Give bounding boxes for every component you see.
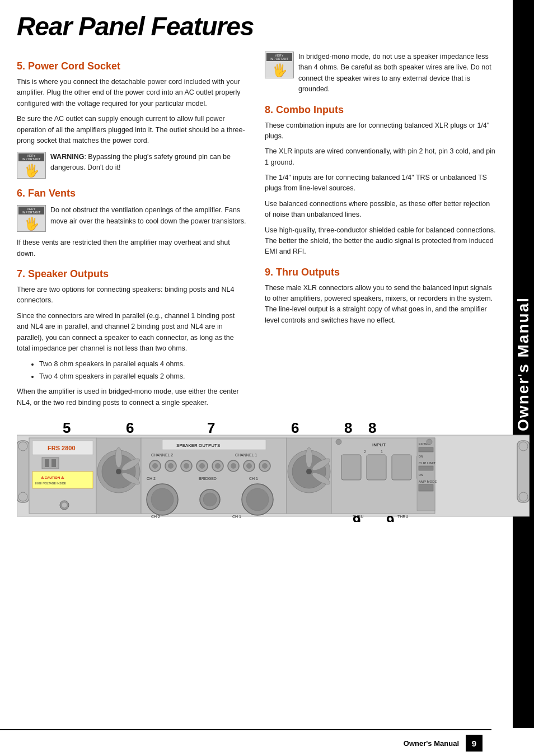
diag-num-6a: 6 <box>126 419 134 437</box>
svg-text:CH 1: CH 1 <box>249 477 258 480</box>
svg-rect-69 <box>367 455 386 480</box>
diagram-numbers-row: 5 6 7 6 8 8 <box>17 418 496 434</box>
svg-rect-68 <box>341 455 361 480</box>
svg-text:⚠ CAUTION ⚠: ⚠ CAUTION ⚠ <box>41 476 64 479</box>
svg-text:CH 2: CH 2 <box>151 515 160 519</box>
svg-rect-11 <box>45 459 49 467</box>
page-title: Rear Panel Features <box>17 11 496 41</box>
svg-text:FRS 2800: FRS 2800 <box>48 445 76 451</box>
svg-point-21 <box>116 469 121 474</box>
very-important-label-6: VERY IMPORTANT <box>18 207 44 214</box>
section-8-heading: 8. Combo Inputs <box>265 104 496 116</box>
svg-point-61 <box>306 447 312 468</box>
svg-point-33 <box>168 463 174 469</box>
bullet-item-1: Two 8 ohm speakers in parallel equals 4 … <box>39 358 248 370</box>
section-5-warning: VERY IMPORTANT 🖐 WARNING: Bypassing the … <box>17 152 248 179</box>
warning-icon-6: VERY IMPORTANT 🖐 <box>17 205 46 232</box>
hand-icon-6: 🖐 <box>24 218 39 230</box>
section-8-warning-box: VERY IMPORTANT 🖐 In bridged-mono mode, d… <box>265 52 496 95</box>
footer-label: Owner's Manual <box>404 739 459 748</box>
svg-point-81 <box>336 439 341 445</box>
diag-num-8a: 8 <box>344 419 352 437</box>
svg-rect-70 <box>392 455 411 480</box>
section-9: 9. Thru Outputs These male XLR connector… <box>265 267 496 326</box>
section-6: 6. Fan Vents VERY IMPORTANT 🖐 Do not obs… <box>17 188 248 259</box>
svg-point-37 <box>199 463 205 469</box>
svg-rect-12 <box>51 459 56 467</box>
section-5-para-2: Be sure the AC outlet can supply enough … <box>17 114 248 146</box>
diagram-area: 5 6 7 6 8 8 FRS 2800 <box>17 418 496 522</box>
main-content: Rear Panel Features 5. Power Cord Socket… <box>0 0 513 528</box>
svg-point-39 <box>215 463 221 469</box>
bullet-item-2: Two 4 ohm speakers in parallel equals 2 … <box>39 371 248 382</box>
section-5-para-1: This is where you connect the detachable… <box>17 77 248 109</box>
svg-point-22 <box>115 447 122 468</box>
section-7: 7. Speaker Outputs There are two options… <box>17 268 248 408</box>
svg-point-60 <box>306 469 312 474</box>
svg-point-31 <box>152 463 158 469</box>
diag-num-6b: 6 <box>291 419 299 437</box>
svg-text:9: 9 <box>386 512 394 522</box>
svg-point-52 <box>203 493 217 506</box>
very-important-label-8top: VERY IMPORTANT <box>266 53 292 61</box>
section-7-bullets: Two 8 ohm speakers in parallel equals 4 … <box>39 358 248 382</box>
svg-point-2 <box>18 442 27 451</box>
svg-text:HIGH VOLTAGE INSIDE: HIGH VOLTAGE INSIDE <box>35 482 66 485</box>
section-7-para-2: Since the connectors are wired in parall… <box>17 311 248 354</box>
svg-rect-80 <box>419 484 433 491</box>
svg-rect-13 <box>32 472 93 488</box>
section-7-para-1: There are two options for connecting spe… <box>17 284 248 306</box>
warning-icon-5: VERY IMPORTANT 🖐 <box>17 152 46 179</box>
section-7-para-3: When the amplifier is used in bridged-mo… <box>17 386 248 408</box>
sidebar-label: Owner's Manual <box>514 297 532 431</box>
warning-icon-8top: VERY IMPORTANT 🖐 <box>265 52 294 78</box>
section-9-para-1: These male XLR connectors allow you to s… <box>265 283 496 326</box>
warning-bold-5: WARNING <box>50 153 84 161</box>
svg-text:ON: ON <box>419 455 423 458</box>
section-5-warning-text: WARNING: Bypassing the plug's safety gro… <box>50 152 248 173</box>
very-important-label-5: VERY IMPORTANT <box>18 153 44 161</box>
section-6-warning: VERY IMPORTANT 🖐 Do not obstruct the ven… <box>17 205 248 232</box>
svg-text:CH 2: CH 2 <box>147 477 156 480</box>
diag-num-7: 7 <box>207 419 215 437</box>
svg-point-45 <box>262 463 268 469</box>
right-column: VERY IMPORTANT 🖐 In bridged-mono mode, d… <box>265 52 496 413</box>
hand-icon-5: 🖐 <box>24 165 39 177</box>
section-6-para-1: Do not obstruct the ventilation openings… <box>50 205 248 227</box>
svg-text:9: 9 <box>353 512 360 522</box>
footer: Owner's Manual 9 <box>0 729 491 756</box>
svg-point-50 <box>151 488 174 511</box>
section-6-para-2: If these vents are restricted then the a… <box>17 237 248 259</box>
section-8-para-4: Use balanced connections where possible,… <box>265 199 496 221</box>
footer-page-number: 9 <box>466 735 483 752</box>
svg-text:ON: ON <box>419 473 423 477</box>
svg-point-54 <box>246 488 269 511</box>
section-8-para-3: The 1/4" inputs are for connecting balan… <box>265 172 496 194</box>
section-5-heading: 5. Power Cord Socket <box>17 60 248 72</box>
svg-text:THRU: THRU <box>397 515 408 519</box>
section-7-heading: 7. Speaker Outputs <box>17 268 248 280</box>
svg-text:BRIDGED: BRIDGED <box>199 477 217 480</box>
section-8-warning-text: In bridged-mono mode, do not use a speak… <box>298 52 496 95</box>
section-8: 8. Combo Inputs These combination inputs… <box>265 104 496 258</box>
svg-point-5 <box>519 442 528 451</box>
section-5: 5. Power Cord Socket This is where you c… <box>17 60 248 179</box>
section-6-heading: 6. Fan Vents <box>17 188 248 199</box>
diag-num-5: 5 <box>63 419 71 437</box>
svg-point-17 <box>62 502 67 508</box>
svg-text:CH 1: CH 1 <box>232 515 241 519</box>
svg-text:INPUT: INPUT <box>372 442 386 447</box>
svg-text:2: 2 <box>364 450 366 454</box>
svg-text:CHANNEL 2: CHANNEL 2 <box>151 453 173 457</box>
svg-point-41 <box>231 463 236 469</box>
hand-icon-8top: 🖐 <box>272 64 287 77</box>
section-9-heading: 9. Thru Outputs <box>265 267 496 278</box>
svg-text:CHANNEL 1: CHANNEL 1 <box>235 453 257 457</box>
svg-point-3 <box>18 492 27 501</box>
svg-point-43 <box>246 463 252 469</box>
two-column-layout: 5. Power Cord Socket This is where you c… <box>17 52 496 413</box>
section-8-para-1: These combination inputs are for connect… <box>265 120 496 142</box>
svg-text:SPEAKER OUTPUTS: SPEAKER OUTPUTS <box>176 443 220 448</box>
svg-rect-74 <box>419 447 433 452</box>
diag-num-8b: 8 <box>368 419 376 437</box>
